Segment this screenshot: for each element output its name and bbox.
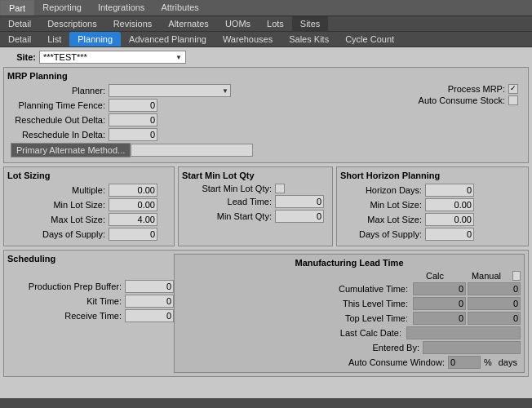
mfg-lead-time-section: Manufacturing Lead Time Calc Manual Cumu… bbox=[174, 254, 525, 373]
second-nav-revisions[interactable]: Revisions bbox=[105, 16, 161, 31]
third-nav-cycle-count[interactable]: Cycle Count bbox=[337, 32, 402, 47]
top-nav-attributes[interactable]: Attributes bbox=[153, 0, 206, 16]
this-level-time-calc-input[interactable] bbox=[413, 297, 466, 310]
multiple-label: Multiple: bbox=[7, 185, 105, 195]
third-nav-sales-kits[interactable]: Sales Kits bbox=[281, 32, 337, 47]
days-of-supply-row: Days of Supply: bbox=[7, 228, 171, 241]
multiple-input[interactable] bbox=[109, 184, 157, 197]
third-nav-detail[interactable]: Detail bbox=[0, 32, 39, 47]
top-level-time-row: Top Level Time: bbox=[178, 312, 521, 325]
min-start-qty-input[interactable] bbox=[275, 210, 324, 223]
entered-by-label: Entered By: bbox=[373, 343, 419, 353]
max-lot-size-row: Max Lot Size: bbox=[7, 213, 171, 226]
sh-min-lot-size-input[interactable] bbox=[425, 198, 474, 211]
site-value: ***TEST*** bbox=[43, 52, 87, 62]
calc-header: Calc bbox=[406, 271, 463, 281]
scheduling-title: Scheduling bbox=[7, 254, 174, 264]
primary-alt-method-input[interactable] bbox=[131, 144, 253, 157]
max-lot-size-input[interactable] bbox=[109, 213, 157, 226]
cumulative-time-manual-input[interactable] bbox=[468, 282, 521, 295]
reschedule-in-delta-label: Reschedule In Delta: bbox=[7, 130, 105, 140]
lead-time-row: Lead Time: bbox=[182, 195, 329, 208]
cumulative-time-calc-input[interactable] bbox=[413, 282, 466, 295]
sh-max-lot-size-input[interactable] bbox=[425, 213, 474, 226]
kit-time-label: Kit Time: bbox=[7, 296, 122, 306]
reschedule-in-delta-input[interactable] bbox=[109, 128, 157, 141]
kit-time-row: Kit Time: bbox=[7, 295, 174, 308]
min-lot-size-label: Min Lot Size: bbox=[7, 200, 105, 210]
prod-prep-buffer-row: Production Prep Buffer: bbox=[7, 280, 174, 293]
max-lot-size-label: Max Lot Size: bbox=[7, 215, 105, 224]
this-level-time-label: This Level Time: bbox=[178, 299, 408, 308]
horizon-days-input[interactable] bbox=[425, 184, 474, 197]
planning-time-fence-label: Planning Time Fence: bbox=[7, 100, 105, 110]
sh-min-lot-size-row: Min Lot Size: bbox=[340, 198, 525, 211]
primary-alt-method-button[interactable]: Primary Alternate Method... bbox=[11, 143, 131, 157]
sh-days-of-supply-input[interactable] bbox=[425, 228, 474, 241]
multiple-row: Multiple: bbox=[7, 184, 171, 197]
planning-time-fence-input[interactable] bbox=[109, 99, 157, 112]
scheduling-section: Scheduling Production Prep Buffer: Kit T… bbox=[3, 250, 529, 377]
third-nav-planning[interactable]: Planning bbox=[69, 32, 121, 47]
days-text: days bbox=[499, 357, 517, 367]
process-mrp-checkbox[interactable] bbox=[508, 84, 518, 94]
receive-time-input[interactable] bbox=[125, 309, 174, 322]
third-nav-warehouses[interactable]: Warehouses bbox=[215, 32, 281, 47]
last-calc-date-label: Last Calc Date: bbox=[178, 328, 401, 338]
second-nav-lots[interactable]: Lots bbox=[259, 16, 292, 31]
prod-prep-buffer-label: Production Prep Buffer: bbox=[7, 282, 122, 291]
second-nav-descriptions[interactable]: Descriptions bbox=[39, 16, 105, 31]
planner-label: Planner: bbox=[7, 86, 105, 95]
auto-consume-window-row: Auto Consume Window: % days bbox=[178, 356, 521, 369]
reschedule-out-delta-input[interactable] bbox=[109, 113, 157, 126]
sh-days-of-supply-label: Days of Supply: bbox=[340, 229, 422, 239]
site-row: Site: ***TEST*** ▼ bbox=[3, 51, 529, 64]
third-nav: Detail List Planning Advanced Planning W… bbox=[0, 32, 532, 47]
process-mrp-label: Process MRP: bbox=[448, 84, 505, 94]
mrp-planning-title: MRP Planning bbox=[7, 71, 525, 81]
lead-time-input[interactable] bbox=[275, 195, 324, 208]
site-label: Site: bbox=[3, 52, 36, 62]
this-level-time-row: This Level Time: bbox=[178, 297, 521, 310]
second-nav-sites[interactable]: Sites bbox=[292, 16, 328, 31]
top-nav-reporting[interactable]: Reporting bbox=[34, 0, 90, 16]
second-nav-detail[interactable]: Detail bbox=[0, 16, 39, 31]
days-of-supply-input[interactable] bbox=[109, 228, 157, 241]
min-lot-size-row: Min Lot Size: bbox=[7, 198, 171, 211]
primary-alt-method-row: Primary Alternate Method... bbox=[7, 143, 361, 157]
top-nav-integrations[interactable]: Integrations bbox=[90, 0, 153, 16]
start-min-lot-qty-checkbox[interactable] bbox=[275, 184, 285, 193]
planning-time-fence-row: Planning Time Fence: bbox=[7, 99, 361, 112]
top-level-time-manual-input[interactable] bbox=[468, 312, 521, 325]
auto-consume-stock-label: Auto Consume Stock: bbox=[419, 95, 505, 105]
auto-consume-window-input[interactable] bbox=[448, 356, 481, 369]
last-calc-date-input[interactable] bbox=[406, 326, 521, 339]
top-nav-part[interactable]: Part bbox=[0, 0, 34, 16]
top-level-time-calc-input[interactable] bbox=[413, 312, 466, 325]
auto-consume-window-label: Auto Consume Window: bbox=[348, 357, 445, 367]
prod-prep-buffer-input[interactable] bbox=[125, 280, 174, 293]
planner-dropdown[interactable]: ▼ bbox=[109, 84, 231, 97]
horizon-days-label: Horizon Days: bbox=[340, 185, 422, 195]
scheduling-left: Scheduling Production Prep Buffer: Kit T… bbox=[7, 254, 174, 373]
third-nav-advanced-planning[interactable]: Advanced Planning bbox=[121, 32, 215, 47]
auto-consume-stock-checkbox[interactable] bbox=[508, 95, 518, 105]
site-dropdown[interactable]: ***TEST*** ▼ bbox=[39, 51, 186, 64]
entered-by-input[interactable] bbox=[423, 341, 521, 354]
manual-checkbox[interactable] bbox=[512, 271, 521, 281]
min-start-qty-label: Min Start Qty: bbox=[182, 211, 272, 221]
this-level-time-manual-input[interactable] bbox=[468, 297, 521, 310]
start-min-lot-qty-section: Start Min Lot Qty Start Min Lot Qty: Lea… bbox=[178, 166, 333, 246]
days-of-supply-label: Days of Supply: bbox=[7, 229, 105, 239]
second-nav-alternates[interactable]: Alternates bbox=[160, 16, 217, 31]
entered-by-row: Entered By: bbox=[178, 341, 521, 354]
auto-consume-stock-row: Auto Consume Stock: bbox=[419, 95, 518, 105]
short-horizon-section: Short Horizon Planning Horizon Days: Min… bbox=[336, 166, 529, 246]
planner-dropdown-arrow: ▼ bbox=[222, 87, 228, 95]
third-nav-list[interactable]: List bbox=[39, 32, 69, 47]
min-lot-size-input[interactable] bbox=[109, 198, 157, 211]
kit-time-input[interactable] bbox=[125, 295, 174, 308]
reschedule-out-delta-row: Reschedule Out Delta: bbox=[7, 113, 361, 126]
second-nav-uoms[interactable]: UOMs bbox=[217, 16, 259, 31]
sh-min-lot-size-label: Min Lot Size: bbox=[340, 200, 422, 210]
